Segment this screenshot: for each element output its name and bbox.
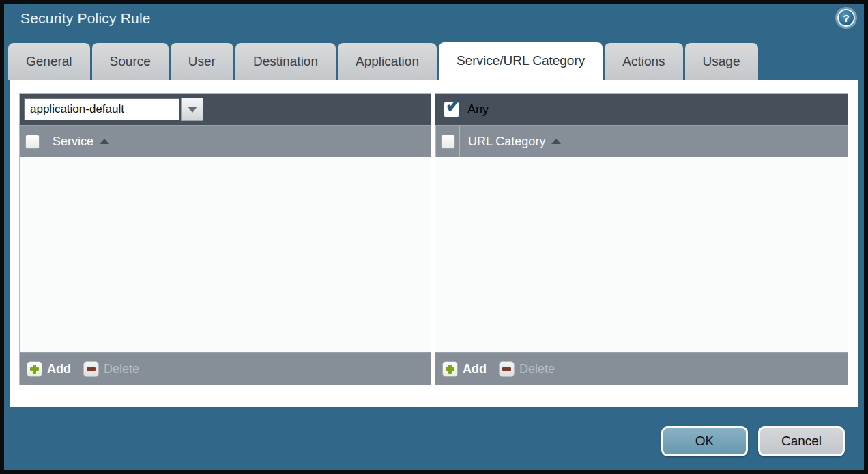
tab-bar: General Source User Destination Applicat… bbox=[8, 43, 758, 80]
sort-asc-icon bbox=[551, 139, 561, 144]
tab-usage[interactable]: Usage bbox=[685, 43, 758, 80]
tab-application[interactable]: Application bbox=[338, 43, 437, 80]
cancel-button[interactable]: Cancel bbox=[758, 426, 845, 456]
any-label: Any bbox=[467, 102, 489, 117]
service-type-input[interactable] bbox=[24, 98, 179, 120]
url-select-all-cell bbox=[435, 126, 460, 157]
add-icon bbox=[27, 361, 42, 377]
delete-button-label: Delete bbox=[519, 362, 555, 376]
service-select-all-cell bbox=[20, 126, 44, 157]
url-category-footer: Add Delete bbox=[435, 352, 848, 385]
tab-content: Service Add Delete ✔ Any bbox=[10, 80, 858, 407]
service-add-button[interactable]: Add bbox=[27, 361, 71, 377]
help-icon[interactable]: ? bbox=[837, 9, 855, 27]
any-checkbox[interactable]: ✔ bbox=[444, 102, 459, 117]
tab-source[interactable]: Source bbox=[92, 43, 169, 80]
service-panel: Service Add Delete bbox=[19, 93, 431, 385]
service-type-dropdown-button[interactable] bbox=[181, 98, 203, 121]
chevron-down-icon bbox=[188, 107, 197, 113]
dialog-buttons: OK Cancel bbox=[661, 426, 845, 456]
service-select-all-checkbox[interactable] bbox=[25, 135, 40, 149]
service-footer: Add Delete bbox=[20, 352, 431, 385]
url-category-panel: ✔ Any URL Category Add Delete bbox=[435, 93, 848, 385]
service-delete-button: Delete bbox=[83, 361, 139, 377]
add-button-label: Add bbox=[463, 362, 487, 376]
service-table-body bbox=[20, 157, 431, 352]
tab-general[interactable]: General bbox=[8, 43, 90, 80]
tab-actions[interactable]: Actions bbox=[605, 43, 682, 80]
delete-button-label: Delete bbox=[104, 362, 139, 376]
service-column-header: Service bbox=[53, 135, 93, 149]
url-select-all-checkbox[interactable] bbox=[441, 135, 455, 149]
sort-asc-icon bbox=[100, 139, 109, 144]
url-add-button[interactable]: Add bbox=[442, 361, 487, 377]
delete-icon bbox=[499, 361, 515, 377]
service-table-header[interactable]: Service bbox=[20, 125, 431, 157]
security-policy-rule-dialog: Security Policy Rule ? General Source Us… bbox=[4, 4, 864, 470]
service-type-toolbar bbox=[20, 94, 431, 125]
checkmark-icon: ✔ bbox=[446, 97, 461, 115]
add-icon bbox=[442, 361, 458, 377]
url-category-table-header[interactable]: URL Category bbox=[435, 125, 848, 157]
add-button-label: Add bbox=[47, 362, 71, 376]
dialog-title: Security Policy Rule bbox=[20, 10, 151, 27]
tab-service-url-category[interactable]: Service/URL Category bbox=[439, 42, 603, 80]
tab-user[interactable]: User bbox=[171, 43, 233, 80]
url-any-toolbar: ✔ Any bbox=[435, 94, 848, 125]
url-delete-button: Delete bbox=[499, 361, 555, 377]
delete-icon bbox=[83, 361, 99, 377]
ok-button[interactable]: OK bbox=[661, 426, 748, 456]
tab-destination[interactable]: Destination bbox=[235, 43, 336, 80]
url-category-column-header: URL Category bbox=[468, 135, 545, 149]
url-category-table-body bbox=[435, 157, 848, 352]
